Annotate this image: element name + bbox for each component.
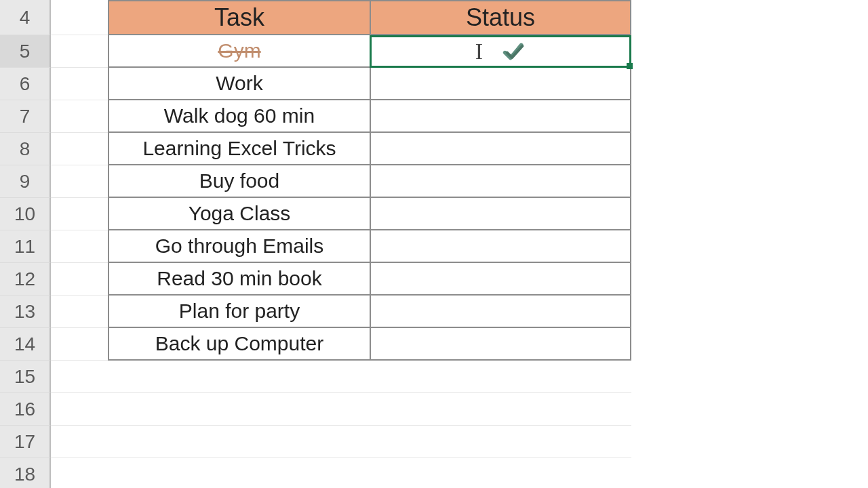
row-header-15[interactable]: 15 (0, 361, 51, 393)
empty-cell[interactable] (51, 263, 108, 296)
fill-handle[interactable] (627, 63, 633, 69)
row-header-column: 4 5 6 7 8 9 10 11 12 13 14 15 16 17 18 (0, 0, 51, 488)
empty-cell[interactable] (108, 393, 370, 426)
empty-cell[interactable] (51, 230, 108, 263)
task-cell[interactable]: Yoga Class (108, 198, 370, 230)
text-cursor-icon: I (475, 39, 483, 64)
empty-cell[interactable] (51, 198, 108, 230)
task-cell-gym[interactable]: Gym (108, 35, 370, 68)
status-cell[interactable] (370, 68, 631, 100)
table-row: Back up Computer (51, 328, 631, 361)
header-status[interactable]: Status (370, 0, 631, 35)
row-header-11[interactable]: 11 (0, 230, 51, 263)
empty-cell[interactable] (51, 165, 108, 198)
empty-cell[interactable] (51, 133, 108, 165)
empty-cell[interactable] (51, 35, 108, 68)
spreadsheet-grid[interactable]: Task Status Gym I Work (51, 0, 631, 488)
task-cell[interactable]: Walk dog 60 min (108, 100, 370, 133)
table-row: Yoga Class (51, 198, 631, 230)
row-header-16[interactable]: 16 (0, 393, 51, 426)
row-header-7[interactable]: 7 (0, 100, 51, 133)
status-cell[interactable] (370, 198, 631, 230)
row-header-4[interactable]: 4 (0, 0, 51, 35)
table-row: Read 30 min book (51, 263, 631, 296)
header-task[interactable]: Task (108, 0, 370, 35)
status-cell[interactable] (370, 230, 631, 263)
row-header-5[interactable]: 5 (0, 35, 51, 68)
task-cell[interactable]: Back up Computer (108, 328, 370, 361)
empty-cell[interactable] (108, 426, 370, 458)
row-header-9[interactable]: 9 (0, 165, 51, 198)
task-cell[interactable]: Work (108, 68, 370, 100)
empty-cell[interactable] (370, 426, 631, 458)
table-row: Go through Emails (51, 230, 631, 263)
empty-cell[interactable] (51, 328, 108, 361)
empty-cell[interactable] (370, 361, 631, 393)
empty-cell[interactable] (370, 393, 631, 426)
status-cell[interactable] (370, 296, 631, 328)
status-cell-gym[interactable]: I (370, 35, 631, 68)
row-header-13[interactable]: 13 (0, 296, 51, 328)
status-cell[interactable] (370, 100, 631, 133)
row-header-6[interactable]: 6 (0, 68, 51, 100)
row-header-12[interactable]: 12 (0, 263, 51, 296)
row-header-8[interactable]: 8 (0, 133, 51, 165)
table-row (51, 426, 631, 458)
table-row: Buy food (51, 165, 631, 198)
empty-cell[interactable] (51, 100, 108, 133)
empty-cell[interactable] (370, 458, 631, 488)
empty-cell[interactable] (51, 426, 108, 458)
empty-cell[interactable] (108, 458, 370, 488)
table-row: Work (51, 68, 631, 100)
status-cell[interactable] (370, 328, 631, 361)
empty-cell[interactable] (108, 361, 370, 393)
empty-cell[interactable] (51, 361, 108, 393)
table-row: Plan for party (51, 296, 631, 328)
empty-cell[interactable] (51, 296, 108, 328)
status-cell[interactable] (370, 133, 631, 165)
task-cell[interactable]: Plan for party (108, 296, 370, 328)
empty-cell[interactable] (51, 458, 108, 488)
empty-cell[interactable] (51, 68, 108, 100)
table-row (51, 393, 631, 426)
status-cell[interactable] (370, 165, 631, 198)
task-cell[interactable]: Buy food (108, 165, 370, 198)
table-row: Learning Excel Tricks (51, 133, 631, 165)
row-header-14[interactable]: 14 (0, 328, 51, 361)
task-cell[interactable]: Read 30 min book (108, 263, 370, 296)
status-cell[interactable] (370, 263, 631, 296)
row-header-18[interactable]: 18 (0, 458, 51, 488)
table-row: Walk dog 60 min (51, 100, 631, 133)
table-header-row: Task Status (51, 0, 631, 35)
task-cell[interactable]: Learning Excel Tricks (108, 133, 370, 165)
row-header-17[interactable]: 17 (0, 426, 51, 458)
checkmark-icon (502, 41, 526, 62)
empty-cell[interactable] (51, 0, 108, 35)
table-row (51, 458, 631, 488)
table-row (51, 361, 631, 393)
table-row: Gym I (51, 35, 631, 68)
row-header-10[interactable]: 10 (0, 198, 51, 230)
empty-cell[interactable] (51, 393, 108, 426)
task-cell[interactable]: Go through Emails (108, 230, 370, 263)
